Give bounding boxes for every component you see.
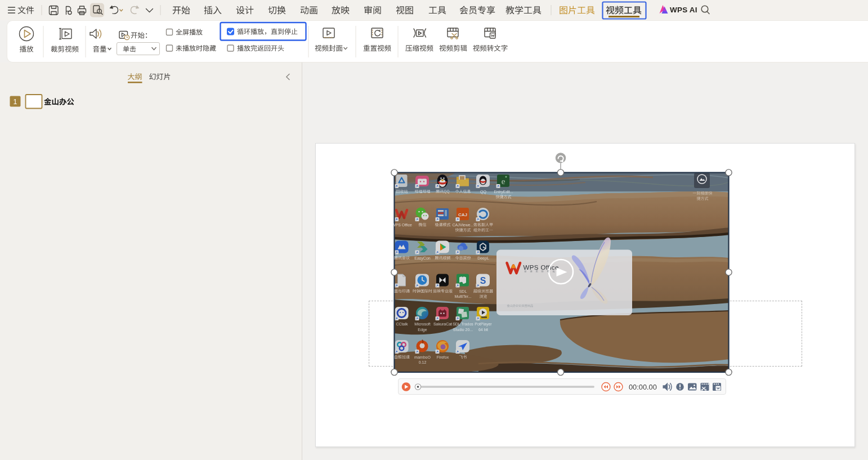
svg-text:CAJViewe...: CAJViewe... [453,223,474,227]
svg-text:SDL: SDL [459,289,467,293]
svg-text:EasyCon: EasyCon [414,256,431,261]
svg-text:Studio 20...: Studio 20... [453,328,473,332]
svg-text:SDL Trados: SDL Trados [453,322,473,326]
svg-text:MultiTer...: MultiTer... [455,294,472,298]
svg-text:CCtalk: CCtalk [396,322,408,326]
svg-text:Edge: Edge [418,328,427,332]
svg-text:Firefox: Firefox [437,355,449,359]
svg-text:64 bit: 64 bit [478,328,488,332]
svg-text:1: 1 [14,98,17,106]
svg-text:QQ: QQ [480,190,486,194]
svg-text:SakuraCat: SakuraCat [433,322,452,326]
svg-text:0.12: 0.12 [419,360,427,364]
svg-text:mamboO: mamboO [414,355,431,359]
svg-text:Microsoft: Microsoft [414,322,430,326]
svg-text:WPS Office: WPS Office [392,223,412,227]
svg-text:EntryEdit...: EntryEdit... [494,190,513,194]
svg-text:DeepL: DeepL [477,256,489,261]
svg-text:PotPlayer: PotPlayer [475,322,492,327]
